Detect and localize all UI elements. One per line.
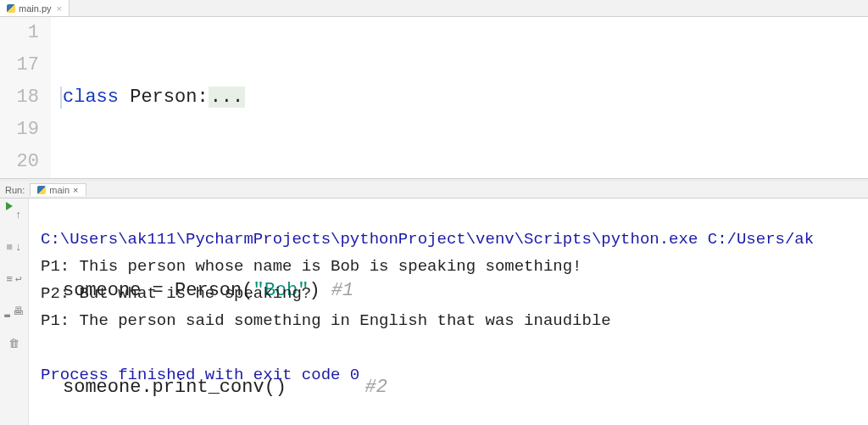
editor-tab-bar: main.py ×: [0, 0, 868, 17]
scroll-up-icon[interactable]: ↑: [15, 202, 22, 229]
editor-tab-main[interactable]: main.py ×: [0, 0, 70, 16]
code-line[interactable]: class Person:...: [63, 81, 868, 114]
trash-icon[interactable]: 🗑: [8, 331, 19, 358]
console-output[interactable]: C:\Users\ak111\PycharmProjects\pythonPro…: [29, 199, 868, 425]
run-label: Run:: [0, 185, 30, 195]
line-number: 1: [0, 17, 39, 49]
keyword-class: class: [63, 87, 119, 108]
stdout-line: P1: This person whose name is Bob is spe…: [41, 257, 582, 276]
steps-icon[interactable]: ≡: [6, 266, 13, 294]
stdout-line: P2: But what is he speaking?: [41, 284, 311, 303]
fold-indicator[interactable]: ...: [209, 87, 246, 108]
run-toolbar: ↑ ■ ↓ ≡ ↩ ▂ 🖶 🗑: [0, 199, 29, 425]
run-config-name: main: [49, 185, 70, 195]
line-number: 20: [0, 146, 39, 178]
line-number: 19: [0, 114, 39, 146]
exit-message: Process finished with exit code 0: [41, 366, 359, 384]
close-icon[interactable]: ×: [57, 3, 62, 14]
scroll-down-icon[interactable]: ↓: [15, 234, 22, 261]
print-icon[interactable]: 🖶: [13, 299, 24, 326]
line-number-gutter: 1 17 18 19 20: [0, 17, 51, 178]
line-number: 18: [0, 81, 39, 114]
python-file-icon: [7, 4, 15, 13]
run-icon[interactable]: [6, 202, 13, 210]
code-editor[interactable]: 1 17 18 19 20 class Person:... someone =…: [0, 17, 868, 178]
code-text: Person:: [119, 87, 209, 108]
stdout-line: P1: The person said something in English…: [41, 311, 611, 330]
tab-label: main.py: [19, 3, 52, 14]
soft-wrap-icon[interactable]: ↩: [15, 266, 22, 294]
interpreter-path: C:\Users\ak111\PycharmProjects\pythonPro…: [41, 230, 814, 249]
python-file-icon: [37, 186, 46, 194]
run-panel-body: ↑ ■ ↓ ≡ ↩ ▂ 🖶 🗑 C:\Users\ak111\PycharmPr…: [0, 199, 868, 425]
close-icon[interactable]: ×: [73, 185, 78, 195]
line-number: 17: [0, 49, 39, 81]
caret-indicator: [60, 87, 62, 109]
layout-icon[interactable]: ▂: [4, 299, 10, 326]
run-config-tab[interactable]: main ×: [30, 183, 86, 196]
stop-icon[interactable]: ■: [6, 234, 13, 261]
code-area[interactable]: class Person:... someone = Person("Bob")…: [51, 17, 868, 178]
